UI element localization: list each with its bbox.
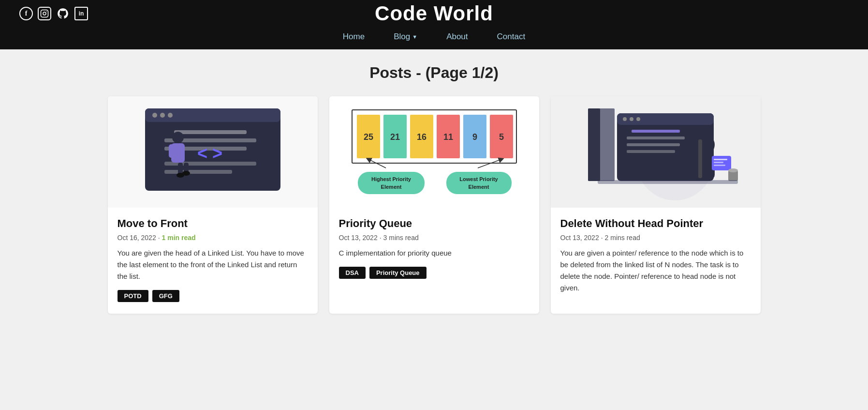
- svg-point-46: [630, 117, 633, 121]
- card3-body: Delete Without Head Pointer Oct 13, 2022…: [551, 208, 761, 314]
- card2-tags: DSA Priority Queue: [339, 267, 530, 279]
- nav-contact[interactable]: Contact: [497, 32, 526, 42]
- site-header: f in Code World Home Blog ▼: [0, 0, 868, 49]
- page-heading: Posts - (Page 1/2): [29, 64, 839, 82]
- linkedin-icon[interactable]: in: [74, 7, 88, 20]
- facebook-icon[interactable]: f: [19, 7, 33, 20]
- svg-point-14: [172, 132, 184, 143]
- svg-rect-64: [588, 108, 600, 181]
- card2-body: Priority Queue Oct 13, 2022 · 3 mins rea…: [329, 208, 539, 314]
- svg-rect-49: [627, 137, 685, 139]
- tag-potd[interactable]: POTD: [118, 290, 148, 302]
- card3-description: You are given a pointer/ reference to th…: [560, 247, 751, 294]
- svg-point-5: [152, 113, 157, 118]
- svg-text:11: 11: [443, 132, 453, 142]
- svg-rect-0: [41, 10, 48, 17]
- svg-rect-39: [446, 172, 512, 194]
- card1-tags: POTD GFG: [118, 290, 308, 302]
- instagram-icon[interactable]: [38, 7, 51, 20]
- svg-rect-36: [358, 172, 425, 194]
- svg-point-2: [46, 11, 47, 12]
- card-priority-queue: 25 21 16 11 9 5: [329, 96, 539, 314]
- svg-text:Lowest Priority: Lowest Priority: [459, 176, 498, 182]
- svg-point-52: [693, 134, 715, 155]
- svg-point-6: [160, 113, 165, 118]
- svg-rect-57: [714, 162, 723, 163]
- svg-rect-61: [598, 180, 738, 184]
- card1-title: Move to Front: [118, 217, 308, 230]
- nav-about[interactable]: About: [446, 32, 468, 42]
- card1-description: You are given the head of a Linked List.…: [118, 247, 308, 282]
- svg-rect-48: [632, 130, 680, 133]
- card-delete-without-head: Delete Without Head Pointer Oct 13, 2022…: [551, 96, 761, 314]
- svg-rect-12: [164, 170, 232, 174]
- card2-meta: Oct 13, 2022 · 3 mins read: [339, 234, 530, 242]
- svg-rect-51: [627, 150, 675, 153]
- svg-point-45: [623, 117, 627, 121]
- svg-rect-58: [714, 165, 725, 166]
- svg-text:Element: Element: [468, 184, 489, 190]
- card1-meta: Oct 16, 2022 · 1 min read: [118, 234, 308, 242]
- svg-text:5: 5: [499, 132, 503, 142]
- svg-rect-50: [627, 143, 680, 146]
- card2-image: 25 21 16 11 9 5: [329, 96, 539, 208]
- card1-image: < >: [108, 96, 318, 208]
- svg-rect-4: [145, 108, 280, 122]
- svg-text:25: 25: [363, 132, 373, 142]
- header-top: f in Code World: [19, 0, 849, 24]
- nav-bar: Home Blog ▼ About Contact: [19, 24, 849, 49]
- svg-text:< >: < >: [197, 143, 222, 163]
- nav-home[interactable]: Home: [343, 32, 365, 42]
- svg-point-20: [182, 171, 190, 176]
- card2-title: Priority Queue: [339, 217, 530, 230]
- card3-title: Delete Without Head Pointer: [560, 217, 751, 230]
- svg-point-1: [43, 12, 46, 15]
- svg-rect-8: [174, 130, 247, 134]
- social-icons: f in: [19, 7, 88, 20]
- card1-body: Move to Front Oct 16, 2022 · 1 min read …: [108, 208, 318, 314]
- svg-rect-56: [714, 159, 727, 160]
- svg-point-7: [168, 113, 173, 118]
- svg-text:Element: Element: [381, 184, 401, 190]
- tag-gfg[interactable]: GFG: [152, 290, 179, 302]
- svg-rect-62: [698, 139, 702, 178]
- card3-meta: Oct 13, 2022 · 2 mins read: [560, 234, 751, 242]
- card-move-to-front: < > Move to Front Oct 16, 2022 ·: [108, 96, 318, 314]
- svg-rect-16: [169, 144, 175, 158]
- card2-description: C implementation for priority queue: [339, 247, 530, 259]
- svg-text:16: 16: [416, 132, 426, 142]
- nav-blog[interactable]: Blog ▼: [394, 32, 417, 42]
- card3-image: [551, 96, 761, 208]
- github-icon[interactable]: [56, 7, 70, 20]
- site-title: Code World: [375, 2, 493, 25]
- svg-point-60: [728, 168, 738, 172]
- tag-priority-queue[interactable]: Priority Queue: [369, 267, 427, 279]
- svg-point-47: [636, 117, 640, 121]
- svg-text:21: 21: [390, 132, 399, 142]
- tag-dsa[interactable]: DSA: [339, 267, 366, 279]
- cards-grid: < > Move to Front Oct 16, 2022 ·: [108, 96, 761, 314]
- svg-text:9: 9: [472, 132, 477, 142]
- main-content: Posts - (Page 1/2): [0, 49, 868, 343]
- svg-text:Highest Priority: Highest Priority: [371, 176, 412, 182]
